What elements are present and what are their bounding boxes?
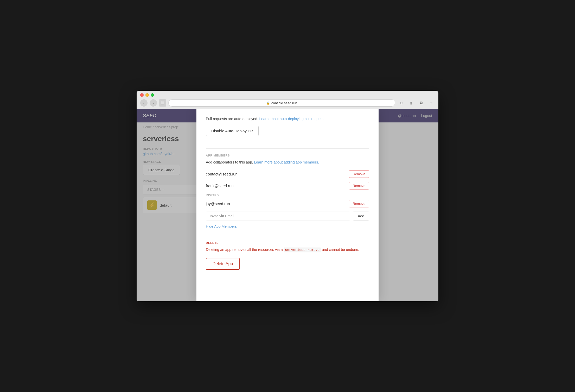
new-tab-button[interactable]: ⧉ (417, 99, 425, 107)
browser-nav: ‹ › ⬜ 🔒 console.seed.run ↻ ⬆ ⧉ + (140, 99, 435, 107)
browser-actions: ⬆ ⧉ + (407, 99, 435, 107)
remove-contact-button[interactable]: Remove (349, 170, 369, 178)
back-button[interactable]: ‹ (140, 99, 148, 107)
app-members-title: APP MEMBERS (206, 154, 369, 157)
minimize-button[interactable] (145, 93, 149, 97)
reload-button[interactable]: ↻ (397, 99, 405, 107)
app-members-desc-text: Add collaborators to this app. (206, 160, 253, 164)
add-member-button[interactable]: Add (353, 212, 369, 220)
member-row-frank: frank@seed.run Remove (206, 182, 369, 190)
auto-deploy-static-text: Pull requests are auto-deployed. (206, 117, 258, 121)
divider-1 (206, 148, 369, 149)
invite-email-input[interactable] (206, 212, 350, 220)
delete-app-button[interactable]: Delete App (206, 258, 240, 270)
remove-jay-button[interactable]: Remove (349, 200, 369, 207)
auto-deploy-text: Pull requests are auto-deployed. Learn a… (206, 116, 369, 122)
page-content: SEED @seed.run Logout Home / serverless-… (137, 109, 438, 301)
member-row-contact: contact@seed.run Remove (206, 170, 369, 178)
member-email-frank: frank@seed.run (206, 184, 234, 188)
delete-code: serverless remove (284, 247, 321, 252)
delete-desc: Deleting an app removes all the resource… (206, 247, 369, 253)
settings-modal: Pull requests are auto-deployed. Learn a… (196, 109, 379, 301)
close-button[interactable] (140, 93, 144, 97)
hide-app-members-link[interactable]: Hide App Members (206, 224, 237, 228)
url-text: console.seed.run (271, 101, 297, 105)
delete-title: DELETE (206, 241, 369, 244)
invite-row: Add (206, 212, 369, 220)
remove-frank-button[interactable]: Remove (349, 182, 369, 190)
delete-desc-1: Deleting an app removes all the resource… (206, 247, 283, 252)
lock-icon: 🔒 (266, 101, 270, 105)
member-email-contact: contact@seed.run (206, 172, 238, 176)
member-row-jay: jay@seed.run Remove (206, 200, 369, 207)
invited-label: INVITED (206, 194, 369, 197)
member-email-jay: jay@seed.run (206, 201, 230, 206)
auto-deploy-link[interactable]: Learn about auto-deploying pull requests… (259, 117, 326, 121)
delete-desc-2: and cannot be undone. (322, 247, 359, 252)
browser-chrome: ‹ › ⬜ 🔒 console.seed.run ↻ ⬆ ⧉ + (137, 91, 438, 109)
disable-auto-deploy-button[interactable]: Disable Auto-Deploy PR (206, 126, 259, 136)
sidebar-toggle-button[interactable]: ⬜ (159, 99, 166, 107)
app-members-link[interactable]: Learn more about adding app members. (254, 160, 319, 164)
traffic-lights (140, 93, 435, 97)
app-members-desc: Add collaborators to this app. Learn mor… (206, 160, 369, 165)
divider-2 (206, 236, 369, 236)
forward-button[interactable]: › (150, 99, 157, 107)
url-bar[interactable]: 🔒 console.seed.run (168, 99, 395, 107)
add-tab-button[interactable]: + (427, 99, 435, 107)
maximize-button[interactable] (151, 93, 154, 97)
share-button[interactable]: ⬆ (407, 99, 415, 107)
